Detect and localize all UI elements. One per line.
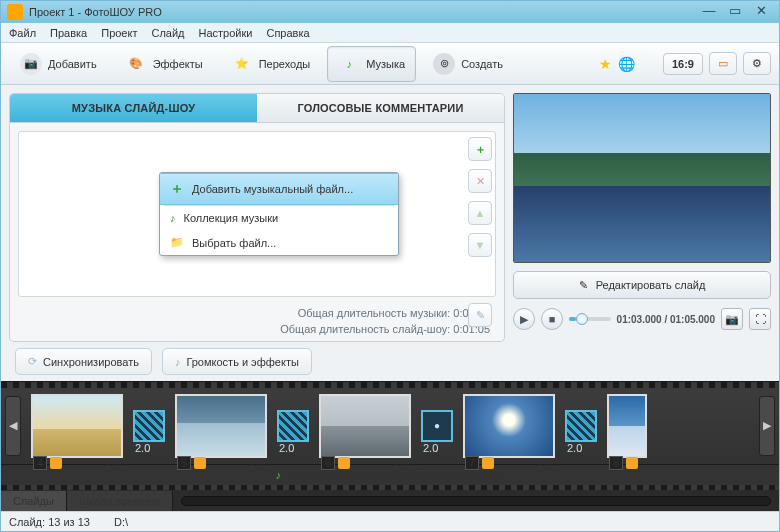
music-duration-label: Общая длительность музыки: 0:00:00 — [10, 305, 504, 321]
player-controls: ▶ ■ 01:03.000 / 01:05.000 📷 ⛶ — [513, 305, 771, 333]
timeline-scrollbar[interactable] — [181, 496, 771, 506]
menu-file[interactable]: Файл — [9, 27, 36, 39]
transition-thumb[interactable]: 2.0 — [133, 410, 165, 442]
edit-icon[interactable] — [338, 457, 350, 469]
slide-number: 7 — [465, 456, 479, 470]
transition-thumb[interactable]: 2.0 — [565, 410, 597, 442]
close-button[interactable]: ✕ — [749, 5, 773, 19]
sync-button[interactable]: ⟳Синхронизировать — [15, 348, 152, 375]
popup-choose-label: Выбрать файл... — [192, 237, 276, 249]
transition-duration: 2.0 — [135, 442, 150, 454]
toolbar-create-label: Создать — [461, 58, 503, 70]
menu-help[interactable]: Справка — [266, 27, 309, 39]
edit-icon[interactable] — [626, 457, 638, 469]
edit-icon[interactable] — [482, 457, 494, 469]
edit-icon[interactable] — [50, 457, 62, 469]
move-up-button[interactable]: ▲ — [468, 201, 492, 225]
camera-icon: 📷 — [725, 313, 739, 326]
music-hint-label: Дважды кликните для добавления музыки — [289, 469, 505, 481]
display-mode-button[interactable]: ▭ — [709, 52, 737, 75]
menu-project[interactable]: Проект — [101, 27, 137, 39]
edit-slide-button[interactable]: ✎ Редактировать слайд — [513, 271, 771, 299]
disc-icon: ⊚ — [433, 53, 455, 75]
popup-choose-file[interactable]: 📁 Выбрать файл... — [160, 230, 398, 255]
timeline-slide[interactable]: 77.0 — [463, 394, 555, 458]
viewtab-scale[interactable]: Шкала времени — [67, 491, 173, 511]
timeline: ◀ 47.0 2.0 57.0 2.0 67.0 ●2.0 77.0 2.0 8… — [1, 381, 779, 511]
track-side-controls: ＋ ✕ ▲ ▼ ✎ — [468, 137, 492, 327]
move-down-button[interactable]: ▼ — [468, 233, 492, 257]
eyedropper-button[interactable]: ✎ — [468, 303, 492, 327]
timeline-slide[interactable]: 47.0 — [31, 394, 123, 458]
toolbar-effects-button[interactable]: 🎨 Эффекты — [114, 46, 214, 82]
toolbar-add-label: Добавить — [48, 58, 97, 70]
menu-settings[interactable]: Настройки — [199, 27, 253, 39]
aspect-ratio-button[interactable]: 16:9 — [663, 53, 703, 75]
time-display: 01:03.000 / 01:05.000 — [617, 314, 715, 325]
toolbar-add-button[interactable]: 📷 Добавить — [9, 46, 108, 82]
snapshot-button[interactable]: 📷 — [721, 308, 743, 330]
plus-icon: ＋ — [170, 180, 184, 198]
maximize-button[interactable]: ▭ — [723, 5, 747, 19]
sync-label: Синхронизировать — [43, 356, 139, 368]
toolbar-music-button[interactable]: ♪ Музыка — [327, 46, 416, 82]
menu-edit[interactable]: Правка — [50, 27, 87, 39]
minimize-button[interactable]: — — [697, 5, 721, 19]
slide-strip[interactable]: ◀ 47.0 2.0 57.0 2.0 67.0 ●2.0 77.0 2.0 8… — [1, 388, 779, 464]
status-slide-count: Слайд: 13 из 13 — [9, 516, 90, 528]
popup-music-collection[interactable]: ♪ Коллекция музыки — [160, 206, 398, 230]
timeline-slide[interactable]: 8 — [607, 394, 647, 458]
slide-number: 4 — [33, 456, 47, 470]
toolbar-create-button[interactable]: ⊚ Создать — [422, 46, 514, 82]
plus-icon: ＋ — [475, 142, 486, 157]
timeline-slide[interactable]: 67.0 — [319, 394, 411, 458]
camera-icon: 📷 — [20, 53, 42, 75]
transition-duration: 2.0 — [279, 442, 294, 454]
sunset-icon: ▭ — [718, 57, 728, 70]
strip-prev-button[interactable]: ◀ — [5, 396, 21, 456]
play-icon: ▶ — [520, 313, 528, 326]
remove-track-button[interactable]: ✕ — [468, 169, 492, 193]
main-toolbar: 📷 Добавить 🎨 Эффекты ⭐ Переходы ♪ Музыка… — [1, 43, 779, 85]
popup-collection-label: Коллекция музыки — [184, 212, 279, 224]
status-path: D:\ — [114, 516, 128, 528]
music-note-icon: ♪ — [175, 356, 181, 368]
music-track-list[interactable]: ＋ Добавить музыкальный файл... ♪ Коллекц… — [18, 131, 496, 297]
folder-icon: 📁 — [170, 236, 184, 249]
transition-duration: 2.0 — [567, 442, 582, 454]
slide-number: 6 — [321, 456, 335, 470]
volume-effects-button[interactable]: ♪Громкость и эффекты — [162, 348, 312, 375]
stop-button[interactable]: ■ — [541, 308, 563, 330]
seek-knob[interactable] — [576, 313, 588, 325]
transition-thumb[interactable]: ●2.0 — [421, 410, 453, 442]
play-button[interactable]: ▶ — [513, 308, 535, 330]
music-note-icon: ♪ — [338, 53, 360, 75]
fullscreen-button[interactable]: ⛶ — [749, 308, 771, 330]
timeline-slide[interactable]: 57.0 — [175, 394, 267, 458]
settings-gear-button[interactable]: ⚙ — [743, 52, 771, 75]
slide-number: 5 — [177, 456, 191, 470]
globe-icon[interactable]: 🌐 — [618, 56, 635, 72]
viewtab-slides[interactable]: Слайды — [1, 491, 67, 511]
toolbar-transitions-label: Переходы — [259, 58, 311, 70]
menu-slide[interactable]: Слайд — [151, 27, 184, 39]
edit-slide-label: Редактировать слайд — [596, 279, 706, 291]
strip-next-button[interactable]: ▶ — [759, 396, 775, 456]
add-track-button[interactable]: ＋ — [468, 137, 492, 161]
tab-voice-comments[interactable]: ГОЛОСОВЫЕ КОММЕНТАРИИ — [257, 94, 504, 122]
edit-icon[interactable] — [194, 457, 206, 469]
gear-icon: ⚙ — [752, 57, 762, 70]
favorite-star-icon[interactable]: ★ — [599, 56, 612, 72]
seek-slider[interactable] — [569, 317, 611, 321]
tab-voice-label: ГОЛОСОВЫЕ КОММЕНТАРИИ — [297, 102, 463, 114]
viewtab-scale-label: Шкала времени — [79, 495, 160, 507]
preview-viewport[interactable] — [513, 93, 771, 263]
toolbar-transitions-button[interactable]: ⭐ Переходы — [220, 46, 322, 82]
window-title: Проект 1 - ФотоШОУ PRO — [29, 6, 162, 18]
music-note-icon: ♪ — [275, 469, 281, 481]
popup-add-music-file[interactable]: ＋ Добавить музыкальный файл... — [160, 173, 398, 205]
tab-slideshow-music[interactable]: МУЗЫКА СЛАЙД-ШОУ — [10, 94, 257, 122]
transition-thumb[interactable]: 2.0 — [277, 410, 309, 442]
popup-add-file-label: Добавить музыкальный файл... — [192, 183, 353, 195]
slide-duration: 7.0 — [106, 457, 121, 469]
